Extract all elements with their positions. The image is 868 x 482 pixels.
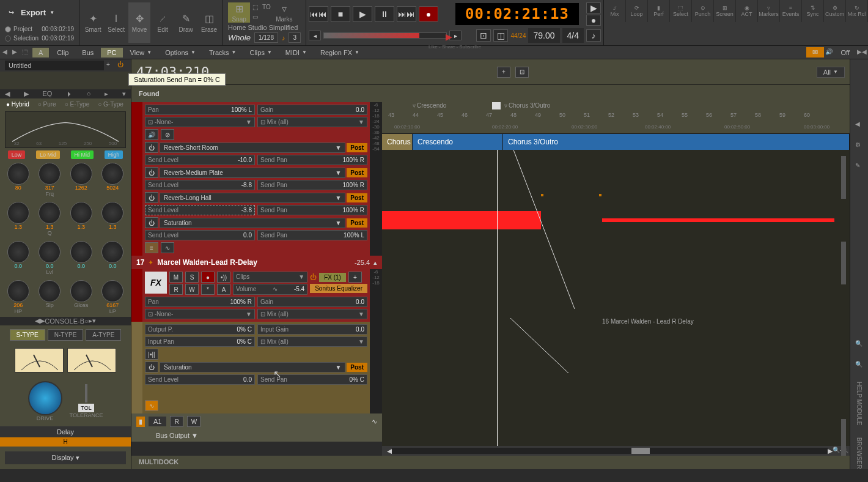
automation-envelope-2[interactable]: [501, 318, 599, 373]
ntype-button[interactable]: N-TYPE: [48, 329, 84, 341]
folder-button[interactable]: ⊡: [515, 67, 529, 78]
view-menu[interactable]: View▼: [124, 48, 158, 57]
send-4-post[interactable]: Post: [347, 218, 367, 228]
fx-count[interactable]: FX (1): [319, 273, 346, 282]
eq-tab-hybrid[interactable]: ● Hybrid: [2, 100, 33, 109]
read-button[interactable]: R: [169, 284, 183, 295]
send-4-level[interactable]: Send Level0.0: [145, 230, 255, 240]
clips-select[interactable]: Clips▼: [233, 272, 307, 283]
screen-tool[interactable]: ⊞Screen: [714, 0, 736, 22]
mix-select-3[interactable]: ⊡ Mix (all)▼: [257, 336, 367, 347]
send-1-pan[interactable]: Send Pan100% R: [257, 155, 367, 165]
phase-icon[interactable]: ⊘: [161, 129, 174, 140]
fastforward-button[interactable]: ⏭⏭: [397, 6, 416, 22]
play-marker-button[interactable]: ▶: [586, 2, 601, 13]
drive-knob[interactable]: [28, 381, 62, 415]
song-progress[interactable]: ▶: [323, 32, 447, 39]
snap-button[interactable]: ⊞Snap: [228, 2, 250, 23]
marker-crescendo[interactable]: Crescendo: [417, 102, 446, 109]
input-pan[interactable]: Input Pan0% C: [145, 336, 255, 347]
send-power-2[interactable]: ⏻: [145, 167, 158, 178]
speaker-icon[interactable]: 🔊: [145, 129, 158, 140]
expand-icon[interactable]: ◀: [855, 120, 864, 129]
audio-clip-2[interactable]: [602, 218, 834, 222]
record-button[interactable]: ●: [419, 6, 438, 22]
tolerance-slider[interactable]: [85, 384, 87, 402]
arr-chorus3[interactable]: Chorus 3/Outro: [503, 134, 850, 150]
select-tool[interactable]: ISelect: [105, 2, 127, 43]
sync-tool[interactable]: ⇅Sync: [802, 0, 824, 22]
wave-icon[interactable]: ∿: [161, 242, 174, 253]
eq-q-knob-3[interactable]: [70, 202, 92, 224]
pan-control[interactable]: Pan100% L: [145, 105, 255, 115]
tempo-display[interactable]: 79.00: [528, 28, 559, 43]
eq-lvl-knob-2[interactable]: [39, 241, 61, 263]
pan-control-2[interactable]: Pan100% R: [145, 297, 255, 307]
scrollbar-2[interactable]: [841, 242, 846, 284]
eq-band-low[interactable]: Low: [8, 150, 26, 159]
send-power-1[interactable]: ⏻: [145, 142, 158, 153]
gain-control[interactable]: Gain0.0: [257, 105, 367, 115]
play-button[interactable]: ▶: [353, 6, 372, 22]
snap-whole-label[interactable]: Whole: [228, 33, 251, 42]
draw-tool[interactable]: ✎Draw: [175, 2, 197, 43]
eq-q-knob-2[interactable]: [39, 202, 61, 224]
gain-control-2[interactable]: Gain0.0: [257, 297, 367, 307]
output-select[interactable]: ⊡ Mix (all)▼: [257, 117, 367, 127]
export-arrow-icon[interactable]: ↪: [5, 6, 17, 18]
markers-tool[interactable]: ▿Markers: [758, 0, 780, 22]
auto-curve-icon[interactable]: ∿: [372, 418, 377, 426]
prev-marker-button[interactable]: ◂: [309, 31, 321, 40]
tree-icon[interactable]: ⬚: [22, 48, 31, 57]
timeline-ruler[interactable]: 43 44 45 46 47 48 49 50 51 52 53 54 55 5…: [382, 111, 850, 134]
eq-freq-knob-4[interactable]: [101, 163, 123, 185]
act-tool[interactable]: ◉ACT: [736, 0, 758, 22]
eq-tab-etype[interactable]: ○ E-Type: [61, 100, 94, 109]
h-scrollbar[interactable]: [631, 448, 650, 454]
view-button[interactable]: ◫: [493, 29, 508, 42]
write-button[interactable]: W: [185, 284, 199, 295]
speaker-icon[interactable]: 🔊: [825, 48, 834, 57]
move-tool[interactable]: ✥Move: [128, 2, 150, 43]
output-p[interactable]: Output P.0% C: [145, 324, 255, 335]
events-tool[interactable]: ≡Events: [780, 0, 802, 22]
input-gain[interactable]: Input Gain0.0: [257, 324, 367, 335]
smart-tool[interactable]: ✦Smart: [82, 2, 104, 43]
add-icon[interactable]: +: [106, 61, 115, 70]
wave-icon-2[interactable]: ∿: [145, 400, 158, 411]
grid-count[interactable]: 3: [289, 32, 301, 43]
eq-q-knob-4[interactable]: [101, 202, 123, 224]
envelope-icon[interactable]: ≡: [145, 242, 158, 253]
export-button[interactable]: Export ▼: [21, 8, 54, 17]
send-5-level[interactable]: Send Level0.0: [145, 374, 255, 385]
screenset-button[interactable]: ⊡: [476, 29, 491, 42]
eq-curve-display[interactable]: 3263125250500: [5, 111, 126, 148]
snowflake-button[interactable]: *: [201, 284, 215, 295]
arm-button[interactable]: ●: [201, 272, 215, 283]
a-button[interactable]: A: [32, 47, 50, 58]
eq-lvl-knob-3[interactable]: [70, 241, 92, 263]
eq-q-knob-1[interactable]: [7, 202, 29, 224]
eq-freq-knob-2[interactable]: [39, 163, 61, 185]
eq-band-lomid[interactable]: Lo Mid: [36, 150, 60, 159]
automation-envelope-1[interactable]: [501, 150, 599, 309]
timesig-display[interactable]: 4/4: [562, 28, 584, 43]
eq-slp-knob-3[interactable]: [70, 280, 92, 302]
input-select[interactable]: ⊡ -None-▼: [145, 117, 255, 127]
eq-band-high[interactable]: High: [105, 150, 123, 159]
add-fx-button[interactable]: +: [348, 272, 362, 283]
punch-tool[interactable]: ⊙Punch: [692, 0, 714, 22]
scrollbar-3[interactable]: [841, 419, 846, 456]
mix-tool[interactable]: ⎎Mix: [604, 0, 626, 22]
eq-slp-knob-4[interactable]: [101, 280, 123, 302]
h-label[interactable]: H: [0, 437, 131, 447]
selection-radio[interactable]: Selection 00:03:02:19: [0, 34, 79, 43]
eq-lvl-knob-1[interactable]: [7, 241, 29, 263]
send-3-level[interactable]: Send Level-3.8: [145, 205, 255, 215]
eq-slp-knob-1[interactable]: [7, 280, 29, 302]
send-4-name[interactable]: Saturation▼: [160, 218, 345, 228]
browser-label[interactable]: BROWSER: [856, 437, 862, 469]
select-tool-r[interactable]: ⬚Select: [670, 0, 692, 22]
eq-band-himid[interactable]: Hi Mid: [71, 150, 94, 159]
send-3-name[interactable]: Reverb-Long Hall▼: [160, 193, 345, 203]
